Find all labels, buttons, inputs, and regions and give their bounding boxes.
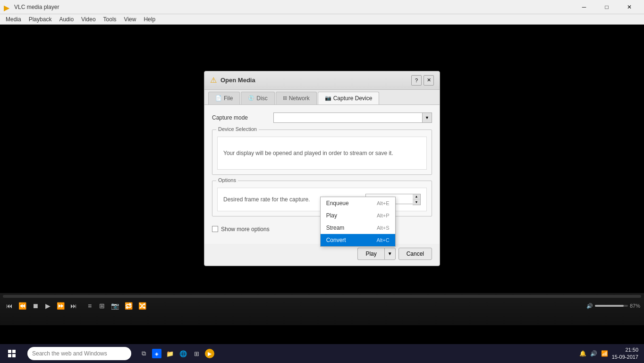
network-taskbar-icon[interactable]: 📶 (601, 350, 608, 357)
taskbar: ⧉ ◈ 📁 🌐 ⊞ ▶ 🔔 🔊 📶 21:50 15-09-2017 (0, 344, 644, 363)
file-tab-icon: 📄 (215, 95, 222, 101)
stream-label: Stream (326, 225, 345, 231)
notification-icon[interactable]: 🔔 (579, 350, 586, 357)
edge-icon[interactable]: 🌐 (178, 349, 188, 358)
dialog-close-button[interactable]: ✕ (424, 75, 434, 86)
svg-rect-3 (12, 354, 16, 357)
show-more-label: Show more options (221, 226, 270, 233)
apps-icon[interactable]: ⊞ (192, 349, 201, 358)
dialog-title-buttons: ? ✕ (411, 75, 434, 86)
frame-rate-up-btn[interactable]: ▲ (413, 194, 420, 199)
frame-rate-down-btn[interactable]: ▼ (413, 199, 420, 205)
dropdown-stream[interactable]: Stream Alt+S (321, 222, 395, 234)
enqueue-shortcut: Alt+E (377, 200, 390, 206)
play-dropdown-button[interactable]: ▼ (384, 248, 396, 260)
dialog-title: Open Media (220, 77, 411, 84)
play-button-group: Play ▼ Enqueue Alt+E Play Alt+P (357, 248, 395, 260)
play-label: Play (326, 212, 337, 219)
svg-rect-2 (8, 354, 11, 357)
dropdown-play[interactable]: Play Alt+P (321, 209, 395, 222)
device-selection-description: Your display will be opened and played i… (217, 137, 427, 170)
vlc-taskbar-icon[interactable]: ▶ (205, 349, 214, 358)
dropdown-convert[interactable]: Convert Alt+C (321, 234, 395, 246)
device-selection-group: Device Selection Your display will be op… (212, 130, 432, 175)
app-title: VLC media player (14, 4, 573, 10)
minimize-button[interactable]: ─ (573, 0, 595, 14)
menu-tools[interactable]: Tools (100, 15, 120, 24)
start-button[interactable] (0, 344, 24, 363)
vlc-main-area: ⚠ Open Media ? ✕ 📄 File 💿 Disc ⊞ (0, 25, 644, 344)
play-button[interactable]: Play (357, 248, 384, 260)
tab-file[interactable]: 📄 File (208, 92, 240, 104)
volume-taskbar-icon[interactable]: 🔊 (590, 350, 597, 357)
title-bar: ▶ VLC media player ─ □ ✕ (0, 0, 644, 14)
stream-shortcut: Alt+S (377, 225, 390, 231)
dialog-footer: Play ▼ Enqueue Alt+E Play Alt+P (204, 244, 440, 266)
svg-rect-0 (8, 350, 11, 353)
device-selection-title: Device Selection (216, 126, 259, 132)
close-button[interactable]: ✕ (619, 0, 640, 14)
convert-label: Convert (326, 237, 346, 243)
file-tab-label: File (224, 95, 233, 102)
capture-mode-label: Capture mode (212, 114, 269, 121)
play-dropdown-menu: Enqueue Alt+E Play Alt+P Stream Alt+S (320, 197, 396, 247)
cancel-button[interactable]: Cancel (398, 248, 432, 260)
tab-disc[interactable]: 💿 Disc (241, 92, 274, 104)
network-tab-label: Network (289, 95, 310, 102)
dialog-tabs: 📄 File 💿 Disc ⊞ Network 📷 Capture Device (204, 90, 440, 105)
taskbar-search-input[interactable] (27, 347, 131, 360)
menu-media[interactable]: Media (2, 15, 25, 24)
capture-mode-row: Capture mode Desktop ▼ (212, 112, 432, 123)
capture-mode-dropdown-btn[interactable]: ▼ (423, 112, 432, 123)
show-more-checkbox[interactable] (212, 226, 218, 232)
dialog-title-icon: ⚠ (210, 76, 217, 85)
dropbox-icon[interactable]: ◈ (152, 349, 161, 358)
taskbar-clock[interactable]: 21:50 15-09-2017 (612, 346, 638, 361)
taskbar-time-display: 21:50 (612, 346, 638, 354)
maximize-button[interactable]: □ (596, 0, 618, 14)
taskbar-right: 🔔 🔊 📶 21:50 15-09-2017 (574, 346, 644, 361)
tab-capture-device[interactable]: 📷 Capture Device (318, 92, 380, 104)
task-view-btn[interactable]: ⧉ (139, 349, 148, 358)
menu-playback[interactable]: Playback (25, 15, 56, 24)
windows-logo-icon (8, 350, 16, 357)
dialog-help-button[interactable]: ? (411, 75, 422, 86)
network-tab-icon: ⊞ (283, 95, 287, 101)
dialog-overlay: ⚠ Open Media ? ✕ 📄 File 💿 Disc ⊞ (0, 25, 644, 312)
menu-help[interactable]: Help (140, 15, 159, 24)
folder-icon[interactable]: 📁 (165, 349, 175, 358)
menu-audio[interactable]: Audio (55, 15, 77, 24)
tab-network[interactable]: ⊞ Network (276, 92, 317, 104)
capture-mode-select[interactable]: Desktop (273, 112, 423, 123)
dialog-title-bar: ⚠ Open Media ? ✕ (204, 71, 440, 90)
options-title: Options (216, 177, 238, 183)
open-media-dialog: ⚠ Open Media ? ✕ 📄 File 💿 Disc ⊞ (204, 71, 440, 266)
svg-rect-1 (12, 350, 16, 353)
menu-video[interactable]: Video (77, 15, 99, 24)
menu-view[interactable]: View (120, 15, 140, 24)
dropdown-enqueue[interactable]: Enqueue Alt+E (321, 197, 395, 209)
play-shortcut: Alt+P (377, 213, 390, 218)
capture-tab-icon: 📷 (325, 95, 331, 101)
taskbar-date-display: 15-09-2017 (612, 354, 638, 361)
convert-shortcut: Alt+C (376, 237, 389, 243)
disc-tab-label: Disc (256, 95, 267, 102)
menu-bar: Media Playback Audio Video Tools View He… (0, 14, 644, 25)
taskbar-icons: ⧉ ◈ 📁 🌐 ⊞ ▶ (135, 349, 218, 358)
capture-tab-label: Capture Device (333, 95, 373, 102)
window-controls: ─ □ ✕ (573, 0, 640, 14)
disc-tab-icon: 💿 (248, 95, 254, 101)
enqueue-label: Enqueue (326, 200, 349, 207)
app-icon: ▶ (4, 3, 11, 11)
